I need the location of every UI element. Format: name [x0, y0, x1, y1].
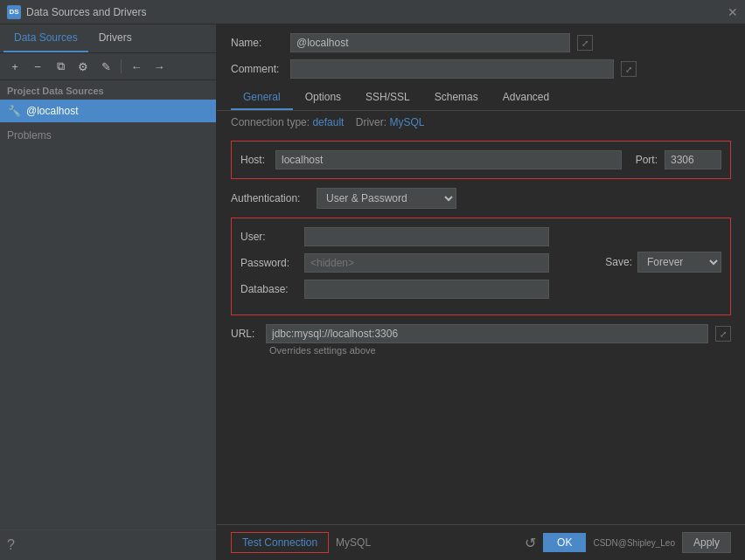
tab-advanced[interactable]: Advanced	[491, 86, 561, 110]
toolbar-separator	[121, 59, 122, 73]
tab-general[interactable]: General	[231, 86, 293, 110]
form-content: Host: Port: Authentication: User & Passw…	[217, 134, 745, 524]
back-button[interactable]: ←	[127, 57, 146, 76]
help-button[interactable]: ?	[7, 537, 15, 553]
main-container: Data Sources Drivers + − ⧉ ⚙ ✎ ← → Proje…	[0, 24, 745, 560]
user-label: User:	[240, 231, 297, 243]
name-expand-button[interactable]: ⤢	[577, 35, 593, 51]
tab-drivers[interactable]: Drivers	[88, 24, 143, 52]
left-panel: Data Sources Drivers + − ⧉ ⚙ ✎ ← → Proje…	[0, 24, 217, 560]
url-expand-button[interactable]: ⤢	[715, 326, 731, 342]
project-datasources-label: Project Data Sources	[0, 80, 216, 100]
user-row: User:	[240, 227, 721, 246]
test-connection-button[interactable]: Test Connection	[231, 532, 329, 553]
tab-datasources[interactable]: Data Sources	[3, 24, 88, 52]
url-input[interactable]	[266, 324, 708, 343]
port-input[interactable]	[665, 150, 721, 169]
window-title: Data Sources and Drivers	[26, 6, 146, 18]
datasource-name: @localhost	[26, 105, 79, 117]
refresh-button[interactable]: ↺	[525, 535, 536, 551]
left-toolbar: + − ⧉ ⚙ ✎ ← →	[0, 53, 216, 80]
connection-type-value[interactable]: default	[312, 116, 344, 128]
auth-select[interactable]: User & Password No auth Password	[317, 188, 456, 209]
connection-type-label: Connection type:	[231, 116, 310, 128]
connection-type-row: Connection type: default Driver: MySQL	[217, 111, 745, 134]
auth-label: Authentication:	[231, 192, 310, 204]
save-label: Save:	[605, 256, 632, 268]
comment-expand-button[interactable]: ⤢	[621, 61, 637, 77]
save-select[interactable]: Forever Until restart Never	[637, 252, 721, 273]
mysql-link[interactable]: MySQL	[336, 536, 371, 549]
overrides-text: Overrides settings above	[269, 345, 731, 356]
edit-button[interactable]: ✎	[96, 57, 115, 76]
remove-button[interactable]: −	[28, 57, 47, 76]
close-button[interactable]: ✕	[728, 5, 738, 19]
host-section: Host: Port:	[231, 141, 731, 179]
database-input[interactable]	[304, 280, 549, 299]
port-label: Port:	[636, 154, 658, 166]
tab-schemas[interactable]: Schemas	[422, 86, 491, 110]
app-icon: DS	[7, 5, 21, 19]
tab-ssh-ssl[interactable]: SSH/SSL	[353, 86, 422, 110]
problems-label: Problems	[7, 129, 52, 142]
comment-input[interactable]	[290, 59, 614, 79]
name-label: Name:	[231, 37, 283, 49]
url-row: URL: ⤢	[231, 324, 731, 343]
add-button[interactable]: +	[5, 57, 24, 76]
right-panel: Name: ⤢ Comment: ⤢ General Options SSH/S…	[217, 24, 745, 560]
host-label: Host:	[240, 154, 268, 166]
user-input[interactable]	[304, 227, 549, 246]
save-section: Save: Forever Until restart Never	[605, 252, 721, 273]
nav-tabs: General Options SSH/SSL Schemas Advanced	[217, 86, 745, 111]
credentials-section: User: Password: Database: Save: Forever	[231, 218, 731, 315]
driver-value[interactable]: MySQL	[389, 116, 424, 128]
comment-row: Comment: ⤢	[217, 58, 745, 86]
driver-label: Driver:	[356, 116, 386, 128]
watermark-text: CSDN@Shipley_Leo	[593, 538, 675, 548]
ok-button[interactable]: OK	[543, 533, 586, 552]
database-label: Database:	[240, 283, 297, 295]
apply-button[interactable]: Apply	[682, 532, 731, 553]
name-row: Name: ⤢	[217, 24, 745, 58]
host-input[interactable]	[275, 150, 622, 169]
password-label: Password:	[240, 257, 297, 269]
datasource-item-localhost[interactable]: 🔧 @localhost	[0, 100, 216, 122]
auth-row: Authentication: User & Password No auth …	[231, 188, 731, 209]
problems-section: Problems	[0, 122, 216, 529]
database-row: Database:	[240, 280, 721, 299]
password-input[interactable]	[304, 253, 549, 273]
copy-button[interactable]: ⧉	[51, 57, 70, 76]
left-bottom-bar: ?	[0, 529, 216, 560]
settings-button[interactable]: ⚙	[73, 57, 93, 76]
bottom-bar: Test Connection MySQL ↺ OK CSDN@Shipley_…	[217, 524, 745, 560]
datasource-icon: 🔧	[7, 104, 21, 118]
forward-button[interactable]: →	[150, 57, 169, 76]
comment-label: Comment:	[231, 63, 283, 75]
panel-tabs: Data Sources Drivers	[0, 24, 216, 53]
url-label: URL:	[231, 328, 259, 340]
title-bar: DS Data Sources and Drivers ✕	[0, 0, 745, 24]
bottom-right: ↺ OK CSDN@Shipley_Leo Apply	[525, 532, 731, 553]
name-input[interactable]	[290, 33, 570, 52]
bottom-left: Test Connection MySQL	[231, 532, 371, 553]
tab-options[interactable]: Options	[293, 86, 353, 110]
